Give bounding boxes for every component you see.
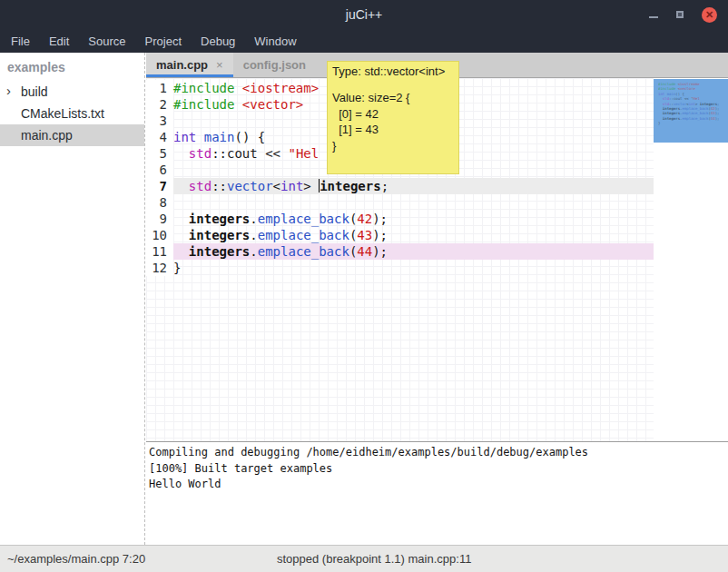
- code-token: ::: [212, 179, 227, 193]
- tree-item-build[interactable]: ›build: [0, 81, 144, 103]
- minimap-token: emplace_back: [683, 116, 709, 121]
- code-line-7[interactable]: 7 std::vector<int> integers;: [146, 178, 654, 194]
- gutter-line-number[interactable]: 4: [146, 129, 173, 145]
- status-file-location: ~/examples/main.cpp 7:20: [7, 552, 145, 566]
- gutter-line-number[interactable]: 9: [146, 211, 173, 227]
- gutter-line-number[interactable]: 3: [146, 113, 173, 129]
- menu-project[interactable]: Project: [143, 33, 184, 50]
- minimap-token: ::cout <<: [669, 96, 691, 101]
- code-token: () {: [234, 130, 265, 144]
- code-token: "Hel: [288, 146, 319, 161]
- tab-config-json[interactable]: config.json: [233, 53, 316, 77]
- minimap-token: integers: [663, 116, 680, 121]
- menu-source[interactable]: Source: [85, 33, 128, 50]
- gutter-line-number[interactable]: 10: [146, 227, 173, 243]
- code-token: int: [280, 179, 303, 193]
- code-token: >: [303, 179, 319, 193]
- menu-edit[interactable]: Edit: [46, 33, 72, 50]
- menu-window[interactable]: Window: [251, 33, 299, 50]
- file-tree-sidebar[interactable]: examples ›buildCMakeLists.txtmain.cpp: [0, 53, 145, 545]
- menu-file[interactable]: File: [8, 33, 33, 50]
- code-text[interactable]: integers.emplace_back(42);: [173, 211, 654, 227]
- window-controls: ✕: [649, 0, 717, 29]
- code-line-10[interactable]: 10 integers.emplace_back(43);: [146, 227, 654, 243]
- minimap-token: integers: [663, 106, 680, 111]
- code-token: [173, 212, 189, 226]
- minimap[interactable]: #include <iostream>#include <vector>int …: [654, 78, 728, 441]
- code-text[interactable]: integers.emplace_back(43);: [173, 227, 654, 243]
- tree-item-cmakelists-txt[interactable]: CMakeLists.txt: [0, 103, 144, 124]
- gutter-line-number[interactable]: 12: [146, 260, 173, 276]
- tree-item-label: main.cpp: [21, 128, 73, 143]
- tree-item-label: build: [21, 84, 48, 99]
- code-token: #include: [173, 81, 242, 95]
- gutter-line-number[interactable]: 7: [146, 178, 173, 194]
- gutter-line-number[interactable]: 11: [146, 243, 173, 260]
- gutter-line-number[interactable]: 6: [146, 162, 173, 178]
- tooltip-value-block: Value: size=2 { [0] = 42 [1] = 43 }: [332, 90, 454, 153]
- minimize-icon[interactable]: [649, 16, 658, 18]
- debug-value-tooltip: Type: std::vector<int> Value: size=2 { […: [327, 61, 459, 174]
- code-token: #include: [173, 97, 242, 112]
- project-name-header: examples: [0, 53, 144, 81]
- code-token: 43: [357, 228, 372, 242]
- window-title: juCi++: [346, 7, 382, 22]
- code-token: [173, 228, 189, 242]
- gutter-line-number[interactable]: 1: [146, 80, 173, 96]
- titlebar[interactable]: juCi++ ✕: [0, 0, 728, 29]
- menu-debug[interactable]: Debug: [198, 33, 238, 50]
- code-token: emplace_back: [258, 212, 349, 226]
- code-token: <iostream>: [242, 81, 319, 95]
- minimap-token: emplace_back: [683, 111, 709, 115]
- code-text[interactable]: }: [173, 260, 654, 276]
- code-token: integers: [189, 212, 250, 226]
- minimap-token: () {: [675, 92, 684, 96]
- code-token: );: [372, 244, 388, 259]
- code-token: vector: [227, 179, 273, 193]
- minimap-token: vector: [674, 102, 686, 106]
- minimap-token: <vector>: [678, 86, 695, 91]
- minimap-token: );: [715, 111, 720, 115]
- code-line-9[interactable]: 9 integers.emplace_back(42);: [146, 211, 654, 227]
- code-line-11[interactable]: 11 integers.emplace_back(44);: [146, 243, 654, 260]
- code-token: emplace_back: [258, 228, 349, 242]
- code-token: integers: [189, 228, 250, 242]
- minimap-token: std: [663, 96, 669, 101]
- code-token: .: [250, 228, 257, 242]
- code-text[interactable]: [173, 194, 654, 211]
- gutter-line-number[interactable]: 2: [146, 96, 173, 113]
- code-token: std: [189, 179, 212, 193]
- file-tree: ›buildCMakeLists.txtmain.cpp: [0, 81, 144, 146]
- code-token: [196, 130, 203, 144]
- minimap-token: ;: [717, 102, 719, 106]
- terminal-output[interactable]: Compiling and debugging /home/eidheim/ex…: [146, 441, 728, 545]
- tree-item-main-cpp[interactable]: main.cpp: [0, 124, 144, 146]
- code-line-12[interactable]: 12}: [146, 260, 654, 276]
- gutter-line-number[interactable]: 5: [146, 145, 173, 162]
- code-token: [173, 146, 189, 161]
- minimap-token: }: [658, 121, 660, 125]
- code-text-current[interactable]: std::vector<int> integers;: [173, 178, 654, 194]
- code-text-breakpoint[interactable]: integers.emplace_back(44);: [173, 243, 654, 260]
- status-bar: ~/examples/main.cpp 7:20 stopped (breakp…: [0, 545, 728, 572]
- code-token: int: [173, 130, 196, 144]
- code-token: std: [189, 146, 212, 161]
- code-token: .: [250, 212, 257, 226]
- gutter-line-number[interactable]: 8: [146, 194, 173, 211]
- minimap-viewport[interactable]: #include <iostream>#include <vector>int …: [654, 79, 728, 143]
- restore-icon[interactable]: [676, 11, 684, 18]
- minimap-token: #include: [658, 86, 678, 91]
- tab-close-icon[interactable]: ×: [216, 58, 223, 72]
- tab-main-cpp[interactable]: main.cpp×: [146, 53, 233, 77]
- code-token: integers: [189, 244, 250, 259]
- minimap-token: emplace_back: [683, 106, 709, 111]
- code-line-8[interactable]: 8: [146, 194, 654, 211]
- minimap-token: int: [689, 102, 695, 106]
- code-token: .: [250, 244, 257, 259]
- close-icon[interactable]: ✕: [702, 7, 717, 23]
- code-token: );: [372, 228, 388, 242]
- minimap-token: );: [715, 116, 720, 121]
- tooltip-type-line: Type: std::vector<int>: [332, 64, 454, 78]
- chevron-right-icon[interactable]: ›: [6, 83, 11, 98]
- code-token: [173, 244, 189, 259]
